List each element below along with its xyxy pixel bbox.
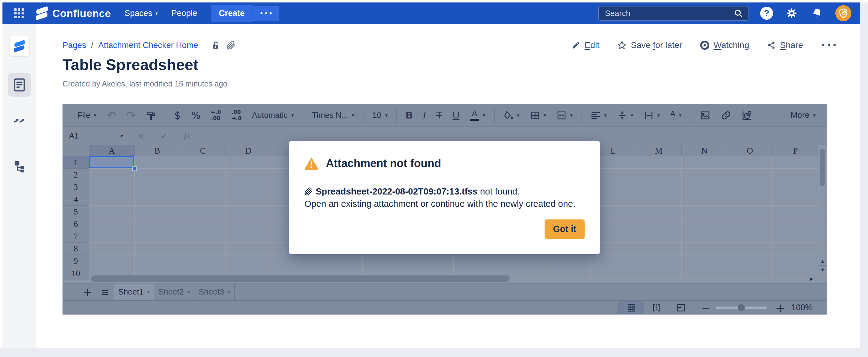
cell-J9[interactable] bbox=[499, 255, 545, 267]
cell-A3[interactable] bbox=[89, 181, 134, 193]
paint-format-button[interactable] bbox=[146, 110, 156, 120]
column-header-A[interactable]: A bbox=[89, 145, 134, 156]
page-break-view-button[interactable] bbox=[647, 303, 666, 313]
cell-A5[interactable] bbox=[89, 205, 134, 218]
cell-L9[interactable] bbox=[590, 255, 636, 267]
search-input[interactable] bbox=[605, 9, 734, 18]
insert-chart-button[interactable] bbox=[742, 110, 752, 121]
cell-O8[interactable] bbox=[727, 242, 773, 255]
cell-K9[interactable] bbox=[545, 255, 590, 267]
insert-function-icon[interactable]: fx bbox=[184, 131, 191, 141]
cell-D3[interactable] bbox=[226, 181, 271, 193]
cell-A2[interactable] bbox=[89, 169, 134, 181]
sidebar-item-blog[interactable]: ” bbox=[8, 114, 31, 137]
column-header-O[interactable]: O bbox=[727, 145, 773, 156]
cell-B1[interactable] bbox=[134, 156, 180, 169]
cell-P4[interactable] bbox=[773, 193, 818, 205]
cell-P3[interactable] bbox=[773, 181, 818, 193]
cell-P5[interactable] bbox=[773, 205, 818, 218]
row-header-2[interactable]: 2 bbox=[63, 169, 89, 181]
cell-C7[interactable] bbox=[180, 230, 226, 242]
font-family-dropdown[interactable]: Times N... ▾ bbox=[312, 110, 354, 120]
cell-O4[interactable] bbox=[727, 193, 773, 205]
accept-entry-icon[interactable]: ✓ bbox=[161, 131, 167, 141]
cell-B8[interactable] bbox=[134, 242, 180, 255]
cell-B5[interactable] bbox=[134, 205, 180, 218]
horizontal-scrollbar[interactable]: ▶ bbox=[63, 274, 818, 283]
currency-format-button[interactable]: $ bbox=[174, 109, 181, 121]
edit-button[interactable]: Edit bbox=[572, 40, 599, 50]
cell-O9[interactable] bbox=[727, 255, 773, 267]
cell-P8[interactable] bbox=[773, 242, 818, 255]
cell-N5[interactable] bbox=[682, 205, 727, 218]
cell-O2[interactable] bbox=[727, 169, 773, 181]
decrease-decimal-button[interactable]: ←.0.00 bbox=[211, 109, 221, 121]
cell-O3[interactable] bbox=[727, 181, 773, 193]
cell-M8[interactable] bbox=[636, 242, 682, 255]
cell-D5[interactable] bbox=[226, 205, 271, 218]
cell-B4[interactable] bbox=[134, 193, 180, 205]
browser-scrollbar-track[interactable] bbox=[860, 2, 868, 357]
sidebar-item-pages[interactable] bbox=[8, 73, 31, 97]
cell-M2[interactable] bbox=[636, 169, 682, 181]
cell-B3[interactable] bbox=[134, 181, 180, 193]
watching-button[interactable]: Watching bbox=[700, 40, 749, 50]
strikethrough-button[interactable]: T bbox=[436, 110, 442, 121]
underline-button[interactable]: U bbox=[453, 110, 459, 121]
cell-M7[interactable] bbox=[636, 230, 682, 242]
confluence-logo[interactable]: Confluence bbox=[35, 6, 111, 20]
zoom-out-button[interactable]: − bbox=[701, 302, 710, 314]
column-header-C[interactable]: C bbox=[180, 145, 226, 156]
page-more-button[interactable]: ••• bbox=[821, 41, 838, 50]
user-avatar[interactable] bbox=[835, 5, 851, 21]
cell-D4[interactable] bbox=[226, 193, 271, 205]
notifications-bell-icon[interactable] bbox=[810, 6, 824, 20]
fill-color-button[interactable]: ▾ bbox=[504, 110, 520, 120]
unlock-icon[interactable] bbox=[211, 41, 220, 50]
row-header-7[interactable]: 7 bbox=[63, 230, 89, 242]
row-header-4[interactable]: 4 bbox=[63, 193, 89, 205]
cell-P9[interactable] bbox=[773, 255, 818, 267]
normal-view-button[interactable] bbox=[618, 301, 644, 315]
cell-F9[interactable] bbox=[317, 255, 363, 267]
settings-gear-icon[interactable] bbox=[785, 6, 798, 20]
cell-M9[interactable] bbox=[636, 255, 682, 267]
italic-button[interactable]: I bbox=[423, 110, 426, 121]
search-icon[interactable] bbox=[734, 9, 743, 18]
nav-spaces[interactable]: Spaces ▾ bbox=[124, 9, 158, 18]
redo-button[interactable]: ↷ bbox=[127, 109, 136, 122]
undo-button[interactable]: ↶ bbox=[107, 109, 116, 122]
cell-C9[interactable] bbox=[180, 255, 226, 267]
vertical-align-button[interactable]: ▾ bbox=[617, 110, 633, 120]
cell-O1[interactable] bbox=[727, 156, 773, 169]
column-header-M[interactable]: M bbox=[636, 145, 682, 156]
name-box[interactable]: A1 ▾ bbox=[63, 127, 128, 145]
cell-A9[interactable] bbox=[89, 255, 134, 267]
fill-handle[interactable] bbox=[132, 166, 137, 171]
breadcrumb-pages-link[interactable]: Pages bbox=[63, 41, 86, 50]
header-more-button[interactable]: ••• bbox=[253, 6, 279, 21]
cell-C4[interactable] bbox=[180, 193, 226, 205]
borders-button[interactable]: ▾ bbox=[530, 110, 546, 120]
cell-B2[interactable] bbox=[134, 169, 180, 181]
cell-B9[interactable] bbox=[134, 255, 180, 267]
cell-A1[interactable] bbox=[89, 156, 134, 169]
cell-D7[interactable] bbox=[226, 230, 271, 242]
cell-D8[interactable] bbox=[226, 242, 271, 255]
horizontal-scrollbar-thumb[interactable] bbox=[91, 275, 509, 282]
cell-N6[interactable] bbox=[682, 218, 727, 230]
cell-M5[interactable] bbox=[636, 205, 682, 218]
page-layout-view-button[interactable] bbox=[671, 303, 691, 313]
space-logo[interactable] bbox=[9, 36, 29, 56]
cell-C6[interactable] bbox=[180, 218, 226, 230]
select-all-corner[interactable] bbox=[63, 145, 89, 156]
cell-P6[interactable] bbox=[773, 218, 818, 230]
cell-C1[interactable] bbox=[180, 156, 226, 169]
cell-N8[interactable] bbox=[682, 242, 727, 255]
vertical-scrollbar-thumb[interactable] bbox=[819, 149, 825, 186]
cancel-entry-icon[interactable]: × bbox=[137, 131, 144, 141]
sheet-list-menu-button[interactable]: ≡ bbox=[101, 287, 110, 297]
cell-N7[interactable] bbox=[682, 230, 727, 242]
cell-D6[interactable] bbox=[226, 218, 271, 230]
cell-A8[interactable] bbox=[89, 242, 134, 255]
